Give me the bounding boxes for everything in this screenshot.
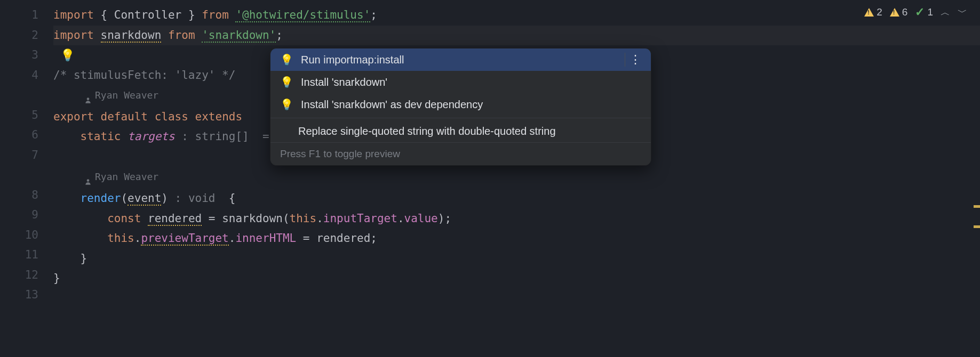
line-number[interactable]: 2 <box>0 26 38 46</box>
prev-highlight-button[interactable]: ︿ <box>941 6 950 19</box>
line-number[interactable]: 12 <box>0 265 38 286</box>
user-icon <box>84 91 92 100</box>
inlay-type-hint: : string[] = <box>181 130 269 143</box>
no-errors-count[interactable]: ✓ 1 <box>915 5 933 19</box>
lightbulb-icon: 💡 <box>280 76 293 88</box>
line-number-gutter: 1 2 3 4 5 6 7 8 9 10 11 12 13 <box>0 0 53 357</box>
code-line[interactable]: } <box>53 269 980 289</box>
code-line[interactable]: render(event) : void { <box>53 189 980 209</box>
identifier-snarkdown: snarkdown <box>101 29 162 43</box>
inspection-widget[interactable]: 2 6 ✓ 1 ︿ ﹀ <box>864 5 967 19</box>
line-number[interactable]: 1 <box>0 5 38 26</box>
count-label: 6 <box>902 6 908 18</box>
popup-hint-footer: Press F1 to toggle preview <box>270 142 651 165</box>
author-name: Ryan Weaver <box>95 85 158 106</box>
line-number[interactable]: 8 <box>0 185 38 206</box>
code-line[interactable]: const rendered = snarkdown(this.inputTar… <box>53 209 980 229</box>
count-label: 2 <box>877 6 882 18</box>
line-number[interactable]: 11 <box>0 245 38 265</box>
intention-label: Install 'snarkdown' <box>301 76 387 88</box>
intention-item-replace-quotes[interactable]: Replace single-quoted string with double… <box>270 120 651 142</box>
method-render: render <box>81 192 121 205</box>
line-number[interactable]: 4 <box>0 66 38 86</box>
line-number[interactable]: 5 <box>0 106 38 126</box>
code-line[interactable]: this.previewTarget.innerHTML = rendered; <box>53 229 980 249</box>
line-number[interactable]: 10 <box>0 225 38 246</box>
author-gap <box>0 165 38 185</box>
lightbulb-icon: 💡 <box>280 53 293 66</box>
string-module: '@hotwired/stimulus' <box>235 9 370 22</box>
intention-item-run-importmap[interactable]: 💡 Run importmap:install ⋮ <box>270 48 651 71</box>
block-comment: /* stimulusFetch: 'lazy' */ <box>53 69 235 82</box>
intention-label: Run importmap:install <box>301 54 404 66</box>
line-number[interactable]: 3 <box>0 45 38 66</box>
intention-bulb-icon[interactable]: 💡 <box>60 45 75 66</box>
checkmark-icon: ✓ <box>915 5 925 19</box>
string-module: 'snarkdown' <box>202 29 276 43</box>
code-line[interactable] <box>53 289 980 309</box>
count-label: 1 <box>927 6 933 18</box>
separator <box>625 53 625 67</box>
weak-warnings-count[interactable]: 6 <box>890 6 908 18</box>
more-options-icon[interactable]: ⋮ <box>630 53 642 67</box>
error-stripe-marker[interactable] <box>974 225 980 228</box>
svg-point-1 <box>87 179 90 182</box>
lightbulb-icon: 💡 <box>280 98 293 111</box>
line-number[interactable]: 7 <box>0 145 38 166</box>
line-number[interactable]: 9 <box>0 205 38 225</box>
keyword-import: import <box>53 9 94 21</box>
intention-item-install-snarkdown[interactable]: 💡 Install 'snarkdown' <box>270 71 651 93</box>
intention-item-install-dev[interactable]: 💡 Install 'snarkdown' as dev dependency <box>270 93 651 116</box>
next-highlight-button[interactable]: ﹀ <box>958 6 967 19</box>
error-stripe-marker[interactable] <box>974 205 980 208</box>
warning-icon <box>890 8 899 17</box>
user-icon <box>84 173 92 181</box>
code-line[interactable]: } <box>53 249 980 269</box>
inlay-return-type: : void <box>168 192 222 205</box>
intention-label: Replace single-quoted string with double… <box>298 125 556 137</box>
line-number[interactable]: 6 <box>0 125 38 145</box>
hint-text: Press F1 to toggle preview <box>280 148 400 159</box>
intention-label: Install 'snarkdown' as dev dependency <box>301 99 483 111</box>
svg-point-0 <box>87 98 90 100</box>
author-gap <box>0 85 38 106</box>
code-line-current[interactable]: import snarkdown from 'snarkdown'; <box>53 26 980 46</box>
field-targets: targets <box>128 130 175 143</box>
intention-actions-popup: 💡 Run importmap:install ⋮ 💡 Install 'sna… <box>270 48 651 166</box>
inlay-author-hint[interactable]: Ryan Weaver <box>53 167 158 187</box>
author-name: Ryan Weaver <box>95 167 158 187</box>
code-line[interactable]: import { Controller } from '@hotwired/st… <box>53 5 980 26</box>
warnings-count[interactable]: 2 <box>864 6 882 18</box>
warning-icon <box>864 8 874 17</box>
separator <box>270 118 651 118</box>
line-number[interactable]: 13 <box>0 285 38 305</box>
